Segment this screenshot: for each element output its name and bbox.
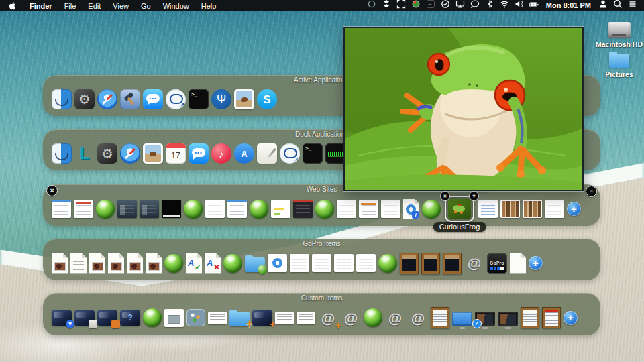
item-add-item-button[interactable]: +	[564, 311, 578, 325]
dropbox-icon[interactable]	[382, 0, 391, 9]
item-display-item[interactable]	[498, 312, 518, 326]
item-gopro-folder[interactable]	[245, 257, 265, 272]
item-framed-note[interactable]	[521, 307, 539, 328]
menu-help[interactable]: Help	[195, 2, 223, 10]
app-ghost-icon[interactable]	[367, 0, 376, 9]
globe-icon[interactable]	[411, 0, 421, 9]
item-site-thumbnail[interactable]	[227, 200, 247, 218]
item-preview[interactable]	[143, 143, 163, 164]
item-product-thumbnail[interactable]	[400, 253, 419, 274]
item-gopro-document[interactable]	[89, 253, 105, 274]
item-add-url-item[interactable]: @+	[318, 308, 338, 328]
macintosh-hd[interactable]: Macintosh HD	[594, 22, 644, 48]
item-gopro-document[interactable]	[108, 253, 124, 274]
item-site-thumbnail[interactable]	[381, 200, 400, 218]
item-site-thumbnail[interactable]	[337, 200, 356, 218]
item-add-site-button[interactable]: +	[567, 202, 581, 216]
item-finder[interactable]	[52, 89, 72, 109]
item-webloc-item[interactable]	[422, 200, 441, 219]
item-messages[interactable]: •••	[143, 89, 163, 109]
item-product-thumbnail[interactable]	[443, 253, 462, 274]
menu-go[interactable]: Go	[135, 2, 157, 10]
menu-edit[interactable]: Edit	[82, 2, 107, 10]
menu-finder[interactable]: Finder	[23, 2, 58, 10]
item-url-item[interactable]: @	[385, 308, 405, 328]
item-site-thumbnail[interactable]	[523, 200, 542, 218]
item-stack-item[interactable]	[186, 309, 205, 326]
spotlight-icon[interactable]	[613, 0, 623, 9]
item-add-folder-item[interactable]: +	[229, 312, 250, 326]
item-terminal[interactable]: >_	[189, 89, 209, 109]
item-dragthing[interactable]: ⚙	[74, 89, 95, 109]
item-add-item-button[interactable]: +	[529, 256, 543, 270]
item-url-item[interactable]: @	[341, 308, 361, 328]
wifi-icon[interactable]	[500, 0, 509, 9]
item-site-thumbnail[interactable]	[312, 254, 331, 272]
menu-view[interactable]: View	[107, 2, 135, 10]
close-dock-button[interactable]: ✕	[46, 185, 58, 196]
item-sourcetree[interactable]: Ψ	[211, 89, 231, 109]
item-gopro-document[interactable]	[146, 253, 162, 274]
item-safari[interactable]	[120, 143, 140, 164]
item-skype[interactable]: S	[257, 89, 277, 109]
item-safari[interactable]	[97, 89, 117, 109]
item-window-thumbnail[interactable]	[164, 309, 184, 327]
item-site-thumbnail[interactable]	[356, 254, 376, 272]
item-webloc-item[interactable]	[223, 254, 242, 273]
item-gopro-app[interactable]: GoPro	[487, 253, 507, 274]
reminders-icon[interactable]	[441, 0, 450, 9]
item-terminal[interactable]: >_	[303, 143, 323, 164]
item-hipchat[interactable]	[280, 143, 300, 164]
item-webloc-item[interactable]	[315, 200, 334, 219]
item-xcode[interactable]	[120, 89, 140, 109]
chat-bubble-icon[interactable]	[470, 0, 480, 9]
item-site-thumbnail[interactable]	[500, 200, 520, 218]
menu-clock[interactable]: Mon 8:01 PM	[546, 1, 591, 9]
item-blank-document[interactable]	[510, 253, 526, 274]
menu-file[interactable]: File	[58, 2, 83, 10]
item-url-item[interactable]: @	[464, 253, 484, 274]
item-webloc-item[interactable]	[184, 200, 203, 219]
item-finder[interactable]	[52, 143, 72, 164]
item-help-item[interactable]: ?	[120, 310, 140, 326]
item-activity-monitor[interactable]	[325, 143, 345, 164]
item-spellcheck-pass-document[interactable]: A✓	[186, 253, 202, 274]
item-itunes[interactable]: ♪	[211, 143, 231, 164]
remove-item-badge[interactable]: ✕	[440, 191, 450, 201]
item-site-thumbnail[interactable]	[52, 200, 71, 218]
item-webloc-item[interactable]	[250, 200, 268, 219]
item-display-item[interactable]	[452, 312, 472, 326]
item-webloc-item[interactable]	[143, 308, 162, 327]
item-note-card[interactable]	[275, 312, 294, 324]
item-note-card[interactable]	[208, 312, 227, 324]
item-messages[interactable]: •••	[189, 143, 209, 164]
item-webloc-document[interactable]: i	[403, 199, 419, 219]
item-site-thumbnail[interactable]	[545, 200, 564, 218]
dark-app-icon[interactable]	[426, 0, 435, 9]
item-textedit[interactable]	[257, 143, 277, 164]
item-webloc-item[interactable]	[96, 200, 115, 219]
item-display-item[interactable]: ✓	[475, 312, 495, 326]
item-gopro-document[interactable]	[127, 253, 143, 274]
item-spellcheck-fail-document[interactable]: A✕	[205, 253, 221, 274]
menu-window[interactable]: Window	[157, 2, 195, 10]
item-system-preferences[interactable]: ⚙	[97, 143, 117, 164]
battery-icon[interactable]	[529, 0, 539, 9]
preview-window-curiousfrog[interactable]	[343, 27, 584, 191]
user-icon[interactable]	[598, 0, 608, 9]
item-site-thumbnail[interactable]	[74, 200, 93, 218]
item-site-thumbnail[interactable]	[478, 200, 498, 218]
item-curiousfrog[interactable]	[448, 199, 471, 219]
airplay-icon[interactable]	[455, 0, 465, 9]
item-site-thumbnail[interactable]	[117, 200, 137, 218]
apple-menu-icon[interactable]	[8, 1, 17, 10]
item-site-thumbnail[interactable]	[140, 200, 159, 218]
item-framed-note[interactable]	[542, 307, 561, 328]
item-product-thumbnail[interactable]	[421, 253, 440, 274]
item-webloc-item[interactable]	[364, 308, 382, 327]
item-site-thumbnail[interactable]	[271, 200, 290, 218]
item-screenshot-item[interactable]: ▾	[52, 310, 72, 326]
item-hipchat[interactable]	[166, 89, 186, 109]
dock-menu-button[interactable]: ≡	[586, 186, 597, 197]
item-site-thumbnail[interactable]	[293, 200, 313, 218]
